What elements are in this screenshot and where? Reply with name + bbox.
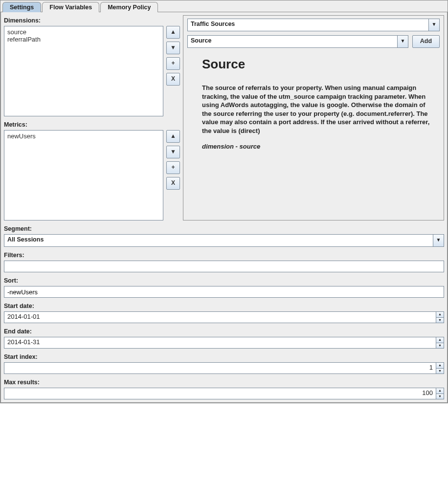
spinner-down-icon[interactable]: ▼: [436, 369, 444, 374]
category-combo-text: Traffic Sources: [188, 19, 428, 31]
start-index-spinner[interactable]: 1 ▲ ▼: [4, 362, 444, 374]
sort-input[interactable]: [4, 286, 444, 298]
spinner-down-icon[interactable]: ▼: [436, 394, 444, 399]
detail-panel: Source The source of referrals to your p…: [187, 52, 440, 152]
start-index-value[interactable]: 1: [4, 363, 436, 373]
max-results-spinner[interactable]: 100 ▲ ▼: [4, 388, 444, 399]
detail-description: The source of referrals to your property…: [202, 84, 435, 135]
max-results-label: Max results:: [4, 379, 444, 386]
metrics-label: Metrics:: [4, 121, 180, 128]
add-button[interactable]: Add: [412, 35, 440, 48]
spinner-up-icon[interactable]: ▲: [436, 388, 444, 394]
filters-input[interactable]: [4, 261, 444, 272]
segment-combo[interactable]: All Sessions ▼: [4, 234, 444, 247]
settings-panel: Dimensions: source referralPath ▲ ▼ + X …: [0, 12, 448, 403]
end-date-spinner[interactable]: 2014-01-31 ▲ ▼: [4, 337, 444, 349]
dimensions-add-button[interactable]: +: [166, 57, 180, 70]
dimensions-listbox[interactable]: source referralPath: [4, 26, 163, 116]
item-combo-text: Source: [188, 36, 397, 47]
start-date-label: Start date:: [4, 303, 444, 309]
dimensions-move-down-button[interactable]: ▼: [166, 42, 180, 54]
segment-label: Segment:: [4, 225, 444, 232]
tab-flow-variables[interactable]: Flow Variables: [42, 2, 99, 12]
tab-memory-policy[interactable]: Memory Policy: [100, 2, 158, 12]
spinner-up-icon[interactable]: ▲: [436, 337, 444, 343]
dimensions-move-up-button[interactable]: ▲: [166, 26, 180, 39]
dimensions-remove-button[interactable]: X: [166, 73, 180, 86]
sort-label: Sort:: [4, 277, 444, 284]
metrics-add-button[interactable]: +: [166, 161, 180, 174]
chevron-down-icon[interactable]: ▼: [433, 235, 444, 246]
spinner-up-icon[interactable]: ▲: [436, 363, 444, 369]
tab-bar: Settings Flow Variables Memory Policy: [0, 0, 448, 12]
detail-title: Source: [202, 57, 435, 72]
start-date-value[interactable]: 2014-01-01: [4, 312, 436, 323]
picker-panel: Traffic Sources ▼ Source ▼ Add Source Th…: [183, 15, 444, 220]
metrics-listbox[interactable]: newUsers: [4, 130, 163, 220]
start-index-label: Start index:: [4, 353, 444, 360]
chevron-down-icon[interactable]: ▼: [428, 19, 439, 31]
dimensions-label: Dimensions:: [4, 17, 180, 24]
settings-dialog: Settings Flow Variables Memory Policy Di…: [0, 0, 448, 403]
metrics-move-down-button[interactable]: ▼: [166, 146, 180, 158]
filters-label: Filters:: [4, 252, 444, 259]
spinner-up-icon[interactable]: ▲: [436, 312, 444, 318]
metrics-remove-button[interactable]: X: [166, 177, 180, 190]
category-combo[interactable]: Traffic Sources ▼: [187, 19, 440, 31]
start-date-spinner[interactable]: 2014-01-01 ▲ ▼: [4, 311, 444, 323]
spinner-down-icon[interactable]: ▼: [436, 343, 444, 349]
item-combo[interactable]: Source ▼: [187, 35, 408, 48]
max-results-value[interactable]: 100: [4, 388, 436, 399]
end-date-label: End date:: [4, 328, 444, 335]
metrics-move-up-button[interactable]: ▲: [166, 130, 180, 143]
tab-settings[interactable]: Settings: [2, 2, 41, 12]
end-date-value[interactable]: 2014-01-31: [4, 337, 436, 348]
spinner-down-icon[interactable]: ▼: [436, 318, 444, 323]
chevron-down-icon[interactable]: ▼: [397, 36, 408, 47]
detail-meta: dimension - source: [202, 143, 435, 150]
segment-combo-text: All Sessions: [4, 235, 433, 246]
